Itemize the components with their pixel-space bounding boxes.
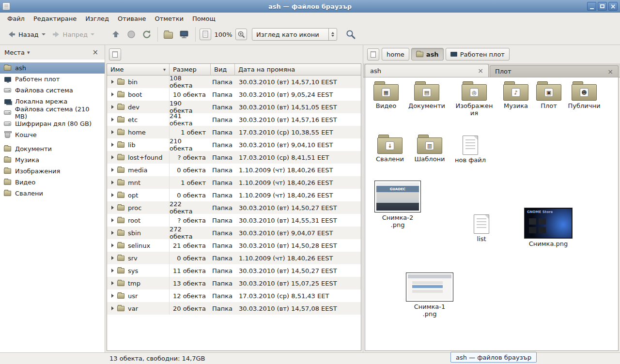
item-snimka2[interactable]: GUADEC Снимка-2.png bbox=[372, 181, 423, 229]
menu-help[interactable]: Помощ bbox=[188, 14, 220, 24]
item-snimka[interactable]: GNOME Store Снимка.png bbox=[523, 208, 574, 248]
expander-icon[interactable] bbox=[111, 92, 114, 96]
tree-row-etc[interactable]: etc 241 обекта Папка 30.03.2010 (вт) 14,… bbox=[107, 113, 361, 126]
column-header-size[interactable]: Размер ▾ bbox=[170, 64, 211, 76]
tree-row-dev[interactable]: dev 190 обекта Папка 30.03.2010 (вт) 14,… bbox=[107, 101, 361, 113]
tree-row-lost+found[interactable]: lost+found ? обекта Папка 17.03.2010 (ср… bbox=[107, 151, 361, 164]
minimize-button[interactable] bbox=[587, 2, 596, 11]
sidebar-item-pictures[interactable]: Изображения bbox=[0, 166, 105, 177]
menu-edit[interactable]: Редактиране bbox=[29, 14, 81, 24]
tree-row-root[interactable]: root ? обекта Папка 30.03.2010 (вт) 14,5… bbox=[107, 214, 361, 227]
column-header-date[interactable]: Дата на промяна ▾ bbox=[235, 64, 361, 76]
tree-row-home[interactable]: home 1 обект Папка 17.03.2010 (ср) 10,38… bbox=[107, 126, 361, 138]
tree-row-media[interactable]: media 0 обекта Папка 1.10.2009 (чт) 18,4… bbox=[107, 164, 361, 176]
menu-go[interactable]: Отиване bbox=[113, 14, 150, 24]
sidebar-item-label: ash bbox=[15, 64, 26, 72]
item-downloads[interactable]: ↓ Свалени bbox=[371, 135, 409, 163]
expander-icon[interactable] bbox=[111, 269, 114, 273]
item-public[interactable]: ☻ Публични bbox=[565, 81, 604, 110]
expander-icon[interactable] bbox=[111, 118, 114, 121]
expander-icon[interactable] bbox=[111, 256, 114, 260]
menu-bookmarks[interactable]: Отметки bbox=[150, 14, 187, 24]
expander-icon[interactable] bbox=[111, 281, 114, 285]
tab-ash[interactable]: ash × bbox=[365, 64, 489, 77]
expander-icon[interactable] bbox=[111, 168, 114, 172]
tab-plot[interactable]: Плот × bbox=[490, 65, 619, 77]
tree-row-opt[interactable]: opt 0 обекта Папка 1.10.2009 (чт) 18,40,… bbox=[107, 189, 361, 201]
sidebar-close-button[interactable]: × bbox=[90, 48, 100, 57]
expander-icon[interactable] bbox=[111, 181, 114, 184]
expander-icon[interactable] bbox=[111, 105, 114, 109]
location-toggle-button[interactable] bbox=[109, 48, 121, 61]
sidebar-item-music[interactable]: Музика bbox=[0, 154, 105, 166]
tree-row-proc[interactable]: proc 222 обекта Папка 30.03.2010 (вт) 14… bbox=[107, 201, 361, 214]
back-button[interactable]: Назад bbox=[4, 28, 48, 41]
sidebar-item-desktop[interactable]: Работен плот bbox=[0, 74, 105, 85]
icon-canvas[interactable]: ▦ Видео ▤ Документи ◎ Изображения ♪ bbox=[365, 77, 619, 351]
stop-button[interactable] bbox=[124, 28, 139, 41]
item-templates[interactable]: ▥ Шаблони bbox=[410, 135, 449, 163]
view-mode-select[interactable]: Изглед като икони bbox=[252, 28, 337, 41]
tree-row-usr[interactable]: usr 12 обекта Папка 17.03.2010 (ср) 8,51… bbox=[107, 289, 361, 302]
tree-row-boot[interactable]: boot 10 обекта Папка 30.03.2010 (вт) 9,0… bbox=[107, 88, 361, 101]
tree-row-srv[interactable]: srv 0 обекта Папка 1.10.2009 (чт) 18,40,… bbox=[107, 252, 361, 264]
sidebar-item-encrypted-80gb[interactable]: Шифриран дял (80 GB) bbox=[0, 118, 105, 129]
item-images[interactable]: ◎ Изображения bbox=[455, 81, 494, 117]
titlebar[interactable]: ash — файлов браузър × bbox=[0, 0, 620, 13]
tree-row-sys[interactable]: sys 11 обекта Папка 30.03.2010 (вт) 14,5… bbox=[107, 264, 361, 277]
column-header-type[interactable]: Вид ▾ bbox=[211, 64, 235, 76]
tab-close-button[interactable]: × bbox=[476, 67, 485, 75]
forward-button[interactable]: Напред bbox=[48, 28, 97, 41]
sidebar-item-filesystem-210mb[interactable]: Файлова система (210 MB) bbox=[0, 107, 105, 118]
expander-icon[interactable] bbox=[111, 243, 114, 247]
item-snimka1[interactable]: Снимка-1.png bbox=[404, 273, 455, 318]
tree-row-mnt[interactable]: mnt 1 обект Папка 1.10.2009 (чт) 18,40,2… bbox=[107, 176, 361, 189]
sidebar-item-documents[interactable]: Документи bbox=[0, 143, 105, 154]
expander-icon[interactable] bbox=[111, 193, 114, 197]
tree-row-var[interactable]: var 20 обекта Папка 30.03.2010 (вт) 14,5… bbox=[107, 302, 361, 315]
sidebar-item-downloads[interactable]: Свалени bbox=[0, 188, 105, 199]
reload-button[interactable] bbox=[139, 28, 155, 41]
tree-row-selinux[interactable]: selinux 21 обекта Папка 30.03.2010 (вт) … bbox=[107, 239, 361, 252]
sidebar-item-video[interactable]: Видео bbox=[0, 177, 105, 188]
sidebar-item-ash[interactable]: ash bbox=[0, 62, 105, 74]
home-folder-button[interactable] bbox=[161, 29, 176, 41]
path-button-home[interactable]: home bbox=[382, 48, 409, 61]
expander-icon[interactable] bbox=[111, 306, 114, 310]
expander-icon[interactable] bbox=[111, 206, 114, 210]
search-button[interactable] bbox=[344, 28, 357, 41]
expander-icon[interactable] bbox=[111, 218, 114, 222]
tree-row-tmp[interactable]: tmp 13 обекта Папка 30.03.2010 (вт) 15,0… bbox=[107, 277, 361, 289]
expander-icon[interactable] bbox=[111, 294, 114, 298]
zoom-reset-button[interactable] bbox=[200, 29, 211, 40]
location-toggle-button[interactable] bbox=[367, 48, 379, 61]
up-button[interactable] bbox=[108, 28, 124, 41]
item-documents[interactable]: ▤ Документи bbox=[407, 81, 446, 110]
tree-row-sbin[interactable]: sbin 272 обекта Папка 30.03.2010 (вт) 9,… bbox=[107, 227, 361, 239]
chevron-down-icon[interactable]: ▾ bbox=[27, 49, 30, 56]
tree-row-bin[interactable]: bin 108 обекта Папка 30.03.2010 (вт) 14,… bbox=[107, 76, 361, 88]
item-video[interactable]: ▦ Видео bbox=[367, 81, 405, 110]
expander-icon[interactable] bbox=[111, 155, 114, 159]
close-button[interactable]: × bbox=[608, 2, 618, 11]
menu-view[interactable]: Изглед bbox=[81, 14, 113, 24]
sidebar-item-filesystem[interactable]: Файлова система bbox=[0, 85, 105, 96]
computer-button[interactable] bbox=[176, 28, 192, 41]
column-header-name[interactable]: Име ▾ bbox=[107, 64, 170, 76]
item-new-file[interactable]: нов файл bbox=[451, 135, 490, 164]
expander-icon[interactable] bbox=[111, 130, 114, 134]
menu-file[interactable]: Файл bbox=[3, 14, 29, 24]
sidebar-item-trash[interactable]: Кошче bbox=[0, 129, 105, 140]
zoom-in-button[interactable] bbox=[235, 29, 247, 40]
expander-icon[interactable] bbox=[111, 231, 114, 235]
sidebar-title[interactable]: Места bbox=[4, 49, 25, 56]
tab-close-button[interactable]: × bbox=[605, 68, 615, 76]
item-list[interactable]: list bbox=[462, 213, 501, 243]
expander-icon[interactable] bbox=[111, 143, 114, 147]
tree-row-lib[interactable]: lib 210 обекта Папка 30.03.2010 (вт) 9,0… bbox=[107, 138, 361, 151]
path-button-ash[interactable]: ash bbox=[411, 48, 444, 61]
expander-icon[interactable] bbox=[111, 80, 114, 84]
item-desktop[interactable]: ▣ Плот bbox=[529, 81, 568, 110]
path-button-desktop[interactable]: Работен плот bbox=[446, 48, 510, 61]
maximize-button[interactable] bbox=[598, 2, 607, 11]
